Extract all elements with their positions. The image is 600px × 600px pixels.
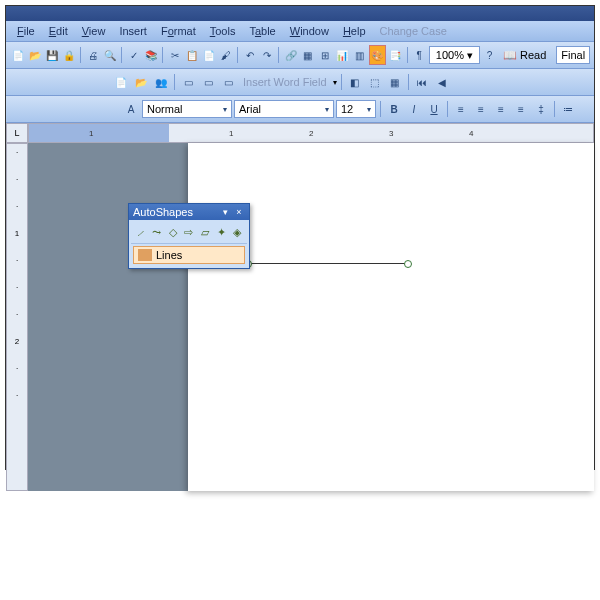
chevron-down-icon[interactable]: ▾ — [333, 78, 337, 87]
dropdown-icon[interactable]: ▾ — [219, 206, 231, 218]
justify-icon[interactable]: ≡ — [512, 100, 530, 118]
vertical-ruler[interactable]: · · · 1 · · · 2 · · — [6, 143, 28, 491]
menu-format[interactable]: FormatFormat — [155, 23, 202, 39]
read-button[interactable]: 📖 Read — [499, 49, 550, 62]
spelling-icon[interactable]: ✓ — [126, 46, 141, 64]
save-icon[interactable]: 💾 — [44, 46, 59, 64]
autoshapes-body: ⟋ ⤳ ◇ ⇨ ▱ ✦ ◈ Lines — [129, 220, 249, 268]
flowchart-icon[interactable]: ▱ — [198, 224, 213, 241]
line-spacing-icon[interactable]: ‡ — [532, 100, 550, 118]
ruler-mark: · — [16, 364, 18, 373]
tables-icon[interactable]: ▦ — [300, 46, 315, 64]
tab-selector[interactable]: L — [6, 123, 28, 143]
resize-handle-end[interactable] — [404, 260, 412, 268]
align-right-icon[interactable]: ≡ — [492, 100, 510, 118]
lines-category-icon[interactable]: ⟋ — [133, 224, 148, 241]
mm-labels-icon[interactable]: ▦ — [386, 73, 404, 91]
new-doc-icon[interactable]: 📄 — [10, 46, 25, 64]
cut-icon[interactable]: ✂ — [167, 46, 182, 64]
menu-view[interactable]: ViewView — [76, 23, 112, 39]
close-icon[interactable]: × — [233, 206, 245, 218]
ruler-row: L 1 1 2 3 4 — [6, 123, 594, 143]
mm-block-icon[interactable]: ▭ — [179, 73, 197, 91]
zoom-dropdown[interactable]: 100% ▾ — [429, 46, 480, 64]
mm-field-icon[interactable]: ▭ — [219, 73, 237, 91]
lines-button[interactable]: Lines — [133, 246, 245, 264]
callouts-icon[interactable]: ◈ — [230, 224, 245, 241]
menu-tools[interactable]: ToolsTools — [204, 23, 242, 39]
menubar: FFileile EditEdit ViewView Insert Format… — [6, 21, 594, 42]
font-dropdown[interactable]: Arial ▾ — [234, 100, 334, 118]
shape-categories-row: ⟋ ⤳ ◇ ⇨ ▱ ✦ ◈ — [131, 222, 247, 244]
ruler-mark: · — [16, 283, 18, 292]
size-dropdown[interactable]: 12 ▾ — [336, 100, 376, 118]
zoom-value: 100% — [436, 49, 464, 61]
mm-open-icon[interactable]: 📂 — [132, 73, 150, 91]
menu-insert[interactable]: Insert — [113, 23, 153, 39]
show-hide-icon[interactable]: ¶ — [412, 46, 427, 64]
ruler-mark: 3 — [389, 129, 393, 138]
document-area[interactable] — [28, 143, 594, 491]
menu-edit[interactable]: EditEdit — [43, 23, 74, 39]
block-arrows-icon[interactable]: ⇨ — [181, 224, 196, 241]
ruler-mark: 2 — [309, 129, 313, 138]
ruler-mark: · — [16, 202, 18, 211]
format-painter-icon[interactable]: 🖌 — [218, 46, 233, 64]
bold-icon[interactable]: B — [385, 100, 403, 118]
line-shape[interactable] — [248, 263, 408, 264]
mm-greeting-icon[interactable]: ▭ — [199, 73, 217, 91]
underline-icon[interactable]: U — [425, 100, 443, 118]
copy-icon[interactable]: 📋 — [184, 46, 199, 64]
mm-prev-icon[interactable]: ◀ — [433, 73, 451, 91]
workspace: · · · 1 · · · 2 · · — [6, 143, 594, 491]
formatting-toolbar: A Normal ▾ Arial ▾ 12 ▾ B I U ≡ ≡ ≡ ≡ ‡ … — [6, 96, 594, 123]
mm-match-icon[interactable]: ⬚ — [366, 73, 384, 91]
italic-icon[interactable]: I — [405, 100, 423, 118]
styles-icon[interactable]: A — [122, 100, 140, 118]
align-left-icon[interactable]: ≡ — [452, 100, 470, 118]
chevron-down-icon: ▾ — [367, 105, 371, 114]
autoshapes-titlebar[interactable]: AutoShapes ▾ × — [129, 204, 249, 220]
autoshapes-toolbar[interactable]: AutoShapes ▾ × ⟋ ⤳ ◇ ⇨ ▱ ✦ ◈ Lines — [128, 203, 250, 269]
menu-window[interactable]: WindowWindow — [284, 23, 335, 39]
ruler-mark: 4 — [469, 129, 473, 138]
open-icon[interactable]: 📂 — [27, 46, 42, 64]
insert-field-label[interactable]: Insert Word Field — [239, 76, 331, 88]
hyperlink-icon[interactable]: 🔗 — [283, 46, 298, 64]
doc-map-icon[interactable]: 📑 — [388, 46, 403, 64]
excel-icon[interactable]: 📊 — [335, 46, 350, 64]
drawing-icon[interactable]: 🎨 — [369, 45, 386, 65]
ruler-mark: · — [16, 391, 18, 400]
book-icon: 📖 — [503, 49, 517, 62]
chevron-down-icon: ▾ — [467, 49, 473, 62]
menu-help[interactable]: HelpHelp — [337, 23, 372, 39]
mm-highlight-icon[interactable]: ◧ — [346, 73, 364, 91]
columns-icon[interactable]: ▥ — [352, 46, 367, 64]
style-dropdown[interactable]: Normal ▾ — [142, 100, 232, 118]
ruler-mark: · — [16, 256, 18, 265]
research-icon[interactable]: 📚 — [143, 46, 158, 64]
print-icon[interactable]: 🖨 — [85, 46, 100, 64]
page[interactable] — [188, 143, 594, 491]
help-icon[interactable]: ? — [482, 46, 497, 64]
undo-icon[interactable]: ↶ — [242, 46, 257, 64]
menu-table[interactable]: TableTable — [243, 23, 281, 39]
menu-change-case[interactable]: Change Case — [374, 23, 453, 39]
preview-icon[interactable]: 🔍 — [102, 46, 117, 64]
basic-shapes-icon[interactable]: ◇ — [165, 224, 180, 241]
align-center-icon[interactable]: ≡ — [472, 100, 490, 118]
permission-icon[interactable]: 🔒 — [61, 46, 76, 64]
redo-icon[interactable]: ↷ — [259, 46, 274, 64]
horizontal-ruler[interactable]: 1 1 2 3 4 — [28, 123, 594, 143]
paste-icon[interactable]: 📄 — [201, 46, 216, 64]
connectors-category-icon[interactable]: ⤳ — [149, 224, 164, 241]
review-display-dropdown[interactable]: Final — [556, 46, 590, 64]
table-insert-icon[interactable]: ⊞ — [317, 46, 332, 64]
mm-recipients-icon[interactable]: 👥 — [152, 73, 170, 91]
numbering-icon[interactable]: ≔ — [559, 100, 577, 118]
mm-first-icon[interactable]: ⏮ — [413, 73, 431, 91]
menu-file[interactable]: FFileile — [11, 23, 41, 39]
stars-icon[interactable]: ✦ — [214, 224, 229, 241]
separator — [554, 101, 555, 117]
mm-main-icon[interactable]: 📄 — [112, 73, 130, 91]
